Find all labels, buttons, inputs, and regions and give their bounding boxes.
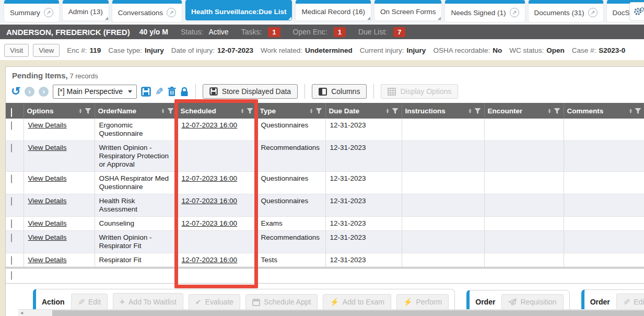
popout-icon[interactable]: ↗ <box>44 8 53 17</box>
row-checkbox[interactable] <box>11 256 12 265</box>
horizontal-scrollbar[interactable]: ◄ <box>18 309 644 316</box>
order-name-cell: OSHA Respirator Med Questionnaire <box>95 172 177 194</box>
footer-checkbox[interactable] <box>11 271 12 280</box>
view-details-link[interactable]: View Details <box>28 174 67 182</box>
sort-icon[interactable]: ▲▼ <box>161 108 165 114</box>
comments-cell <box>564 231 644 253</box>
sort-icon[interactable]: ▲▼ <box>629 108 633 114</box>
separator <box>305 84 305 99</box>
lock-perspective-icon[interactable] <box>180 87 189 97</box>
back-icon[interactable]: ‹ <box>25 87 34 97</box>
pencil-icon: ✎ <box>623 297 630 307</box>
grid-icon <box>388 88 396 96</box>
view-details-link[interactable]: View Details <box>28 197 67 205</box>
comments-cell <box>564 172 644 194</box>
sort-icon[interactable]: ▲▼ <box>469 108 472 114</box>
filter-icon[interactable] <box>315 108 322 114</box>
scheduled-link[interactable]: 12-07-2023 16:00 <box>182 256 238 264</box>
due-date-cell: 12-31-2023 <box>325 194 402 217</box>
visit-button[interactable]: Visit <box>4 44 29 57</box>
sort-icon[interactable]: ▲▼ <box>241 108 244 114</box>
sort-icon[interactable]: ▲▼ <box>386 108 390 114</box>
display-options-button: Display Options <box>381 84 458 99</box>
popout-icon[interactable]: ↗ <box>588 8 598 17</box>
store-displayed-data-button[interactable]: Store Displayed Data <box>203 84 298 99</box>
tab-conversations[interactable]: Conversations ↗ <box>112 0 182 22</box>
case-type-field: Case type: Injury <box>108 46 163 54</box>
scheduled-link[interactable]: 12-07-2023 16:00 <box>182 121 238 129</box>
tab-label: Conversations <box>118 9 163 17</box>
row-checkbox[interactable] <box>11 233 12 242</box>
sort-icon[interactable]: ▲▼ <box>79 108 83 114</box>
view-details-link[interactable]: View Details <box>28 219 67 227</box>
sort-icon[interactable]: ▲▼ <box>310 108 313 114</box>
tab-needs-signed[interactable]: Needs Signed (1) ↗ <box>445 0 524 22</box>
tab-medical-record[interactable]: Medical Record (16) <box>296 0 371 20</box>
filter-icon[interactable] <box>474 108 481 114</box>
view-details-link[interactable]: View Details <box>28 256 67 264</box>
settings-button[interactable] <box>629 2 644 21</box>
date-of-injury-field: Date of injury: 12-07-2023 <box>171 46 253 54</box>
tab-health-surveillance-due-list[interactable]: Health Surveillance:Due List <box>185 0 292 20</box>
tab-corner-icon <box>105 17 108 20</box>
open-enc-count-badge[interactable]: 1 <box>334 27 346 37</box>
row-checkbox[interactable] <box>11 144 12 153</box>
scroll-left-icon[interactable]: ◄ <box>19 310 24 316</box>
sort-icon[interactable]: ▲▼ <box>548 108 552 114</box>
view-button[interactable]: View <box>33 44 60 57</box>
action-group-label: Action <box>42 298 65 306</box>
tasks-count-badge[interactable]: 1 <box>268 27 280 37</box>
tab-documents[interactable]: Documents (31) ↗ <box>529 0 603 22</box>
select-all-checkbox[interactable] <box>11 108 12 117</box>
columns-button[interactable]: Columns <box>312 84 367 99</box>
tab-admin[interactable]: Admin (13) <box>63 0 109 20</box>
order-name-cell: Ergonomic Questionnaire <box>95 119 177 141</box>
col-header-options: Options ▲▼ <box>24 103 95 119</box>
lightning-icon: ⚡ <box>403 298 412 306</box>
perspective-dropdown[interactable]: [*] Main Perspective <box>53 85 137 99</box>
popout-icon[interactable]: ↗ <box>167 8 176 17</box>
order-name-cell: Written Opinion - Respiratory Protection… <box>95 141 177 172</box>
filter-icon[interactable] <box>635 108 641 114</box>
filter-icon[interactable] <box>247 108 253 114</box>
separator <box>195 84 196 99</box>
row-checkbox[interactable] <box>11 219 12 228</box>
tab-summary[interactable]: Summary ↗ <box>4 0 59 22</box>
tab-label: Health Surveillance:Due List <box>191 8 286 16</box>
add-to-exam-button: ⚡ Add to Exam <box>323 294 391 310</box>
row-checkbox[interactable] <box>11 121 12 130</box>
view-details-link[interactable]: View Details <box>28 144 67 151</box>
tab-on-screen-forms[interactable]: On Screen Forms <box>374 0 442 20</box>
order-name-cell: Counseling <box>95 217 177 231</box>
popout-icon[interactable]: ↗ <box>510 8 519 17</box>
encounter-cell <box>484 231 564 253</box>
view-details-link[interactable]: View Details <box>28 233 67 241</box>
due-list-count-badge[interactable]: 7 <box>393 27 405 37</box>
row-checkbox[interactable] <box>11 174 12 183</box>
scheduled-link[interactable]: 12-07-2023 16:00 <box>182 174 238 182</box>
filter-icon[interactable] <box>392 108 399 114</box>
view-details-link[interactable]: View Details <box>28 121 67 129</box>
forward-icon[interactable]: › <box>39 87 49 97</box>
panel-title: Pending Items, <box>12 71 68 80</box>
case-info-bar: Visit View Enc #: 119 Case type: Injury … <box>0 41 644 60</box>
edit-button: ✎ Edit <box>71 294 108 311</box>
filter-icon[interactable] <box>85 108 91 114</box>
save-perspective-icon[interactable] <box>141 87 151 97</box>
filter-icon[interactable] <box>554 108 560 114</box>
scrollbar-thumb[interactable] <box>52 310 644 316</box>
delete-perspective-icon[interactable] <box>168 87 176 97</box>
edit-perspective-icon[interactable]: ✎ <box>155 86 163 98</box>
instructions-cell <box>402 141 484 172</box>
col-header-instructions: Instructions ▲▼ <box>402 103 484 119</box>
filter-icon[interactable] <box>167 108 174 114</box>
schedule-appt-button: Schedule Appt <box>245 294 318 310</box>
evaluate-button: ✔ Evaluate <box>189 294 240 310</box>
scheduled-link[interactable]: 12-07-2023 16:00 <box>182 197 238 205</box>
scheduled-link[interactable]: 12-07-2023 16:00 <box>182 219 238 227</box>
undo-icon[interactable]: ↺ <box>11 86 20 97</box>
due-list-label: Due List: <box>358 28 387 36</box>
row-checkbox[interactable] <box>11 197 12 206</box>
add-to-waitlist-button: + Add To Waitlist <box>113 293 183 311</box>
col-header-scheduled: Scheduled ▲▼ <box>177 103 256 119</box>
